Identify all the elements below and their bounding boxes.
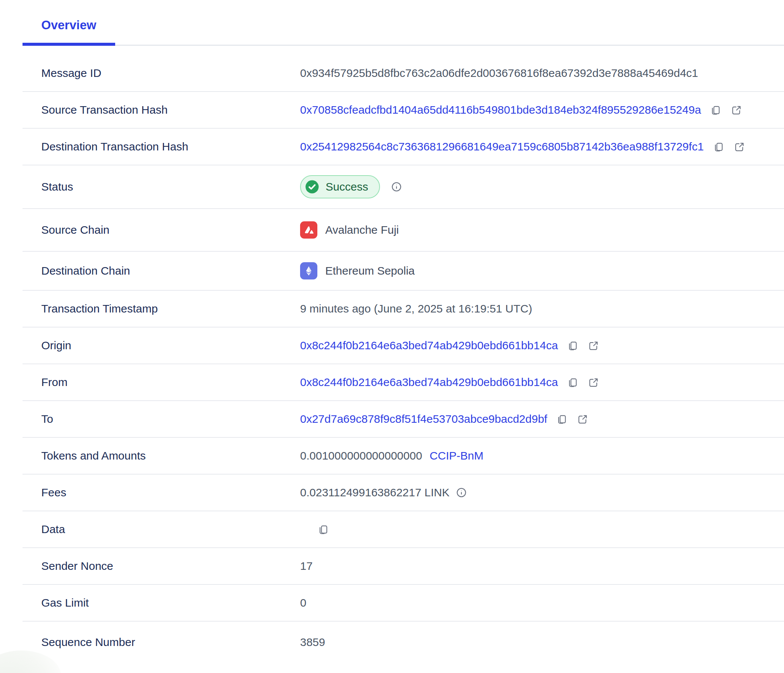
dest-tx-hash-label: Destination Transaction Hash xyxy=(22,140,300,153)
table-row-timestamp: Transaction Timestamp 9 minutes ago (Jun… xyxy=(22,291,784,328)
ethereum-logo-icon xyxy=(300,262,317,280)
status-label: Status xyxy=(22,180,300,193)
message-id-value: 0x934f57925b5d8fbc763c2a06dfe2d003676816… xyxy=(300,67,698,79)
copy-icon[interactable] xyxy=(566,339,579,352)
dest-chain-name: Ethereum Sepolia xyxy=(325,264,414,277)
tabs-bar: Overview xyxy=(22,11,784,46)
table-row-sequence-number: Sequence Number 3859 xyxy=(22,622,784,662)
fees-value: 0.023112499163862217 LINK xyxy=(300,486,450,499)
external-link-icon[interactable] xyxy=(587,376,600,389)
timestamp-label: Transaction Timestamp xyxy=(22,302,300,315)
gas-limit-value: 0 xyxy=(300,597,306,609)
to-address-link[interactable]: 0x27d7a69c878f9c8f51f4e53703abce9bacd2d9… xyxy=(300,413,547,426)
from-label: From xyxy=(22,376,300,389)
table-row-dest-tx-hash: Destination Transaction Hash 0x254129825… xyxy=(22,129,784,165)
table-row-data: Data xyxy=(22,511,784,548)
table-row-from: From 0x8c244f0b2164e6a3bed74ab429b0ebd66… xyxy=(22,364,784,401)
copy-icon[interactable] xyxy=(566,376,579,389)
table-row-message-id: Message ID 0x934f57925b5d8fbc763c2a06dfe… xyxy=(22,55,784,92)
to-label: To xyxy=(22,413,300,426)
gas-limit-label: Gas Limit xyxy=(22,597,300,609)
external-link-icon[interactable] xyxy=(733,140,746,153)
info-icon[interactable] xyxy=(456,486,467,499)
data-label: Data xyxy=(22,523,300,536)
copy-icon[interactable] xyxy=(712,140,725,153)
table-row-tokens-amounts: Tokens and Amounts 0.001000000000000000 … xyxy=(22,438,784,474)
fees-label: Fees xyxy=(22,486,300,499)
table-row-to: To 0x27d7a69c878f9c8f51f4e53703abce9bacd… xyxy=(22,401,784,438)
copy-icon[interactable] xyxy=(555,413,568,426)
tokens-amounts-label: Tokens and Amounts xyxy=(22,449,300,462)
overview-table: Message ID 0x934f57925b5d8fbc763c2a06dfe… xyxy=(22,55,784,662)
source-tx-hash-link[interactable]: 0x70858cfeadcfbd1404a65dd4116b549801bde3… xyxy=(300,104,701,116)
timestamp-value: 9 minutes ago (June 2, 2025 at 16:19:51 … xyxy=(300,302,532,315)
table-row-dest-chain: Destination Chain Ethereum Sepolia xyxy=(22,252,784,291)
sequence-number-value: 3859 xyxy=(300,636,325,649)
message-id-label: Message ID xyxy=(22,67,300,79)
check-circle-icon xyxy=(304,179,320,195)
table-row-origin: Origin 0x8c244f0b2164e6a3bed74ab429b0ebd… xyxy=(22,328,784,364)
copy-icon[interactable] xyxy=(317,523,329,536)
token-amount: 0.001000000000000000 xyxy=(300,449,422,462)
table-row-source-tx-hash: Source Transaction Hash 0x70858cfeadcfbd… xyxy=(22,92,784,129)
external-link-icon[interactable] xyxy=(587,339,600,352)
token-link[interactable]: CCIP-BnM xyxy=(429,449,483,462)
source-chain-label: Source Chain xyxy=(22,224,300,236)
external-link-icon[interactable] xyxy=(577,413,589,426)
table-row-gas-limit: Gas Limit 0 xyxy=(22,585,784,622)
table-row-source-chain: Source Chain Avalanche Fuji xyxy=(22,209,784,252)
dest-chain-label: Destination Chain xyxy=(22,264,300,277)
status-badge: Success xyxy=(300,175,380,199)
source-tx-hash-label: Source Transaction Hash xyxy=(22,104,300,116)
avalanche-logo-icon xyxy=(300,221,317,239)
table-row-status: Status Success xyxy=(22,165,784,209)
table-row-sender-nonce: Sender Nonce 17 xyxy=(22,548,784,585)
info-icon[interactable] xyxy=(390,181,403,193)
origin-address-link[interactable]: 0x8c244f0b2164e6a3bed74ab429b0ebd661bb14… xyxy=(300,339,558,352)
sender-nonce-label: Sender Nonce xyxy=(22,560,300,572)
from-address-link[interactable]: 0x8c244f0b2164e6a3bed74ab429b0ebd661bb14… xyxy=(300,376,558,389)
status-badge-text: Success xyxy=(326,180,368,193)
copy-icon[interactable] xyxy=(709,104,722,116)
origin-label: Origin xyxy=(22,339,300,352)
transaction-details-page: Overview Message ID 0x934f57925b5d8fbc76… xyxy=(0,0,784,673)
sender-nonce-value: 17 xyxy=(300,560,313,572)
external-link-icon[interactable] xyxy=(730,104,743,116)
tab-overview[interactable]: Overview xyxy=(22,11,115,46)
dest-tx-hash-link[interactable]: 0x25412982564c8c7363681296681649ea7159c6… xyxy=(300,140,704,153)
sequence-number-label: Sequence Number xyxy=(22,636,300,649)
source-chain-name: Avalanche Fuji xyxy=(325,224,399,236)
table-row-fees: Fees 0.023112499163862217 LINK xyxy=(22,474,784,511)
